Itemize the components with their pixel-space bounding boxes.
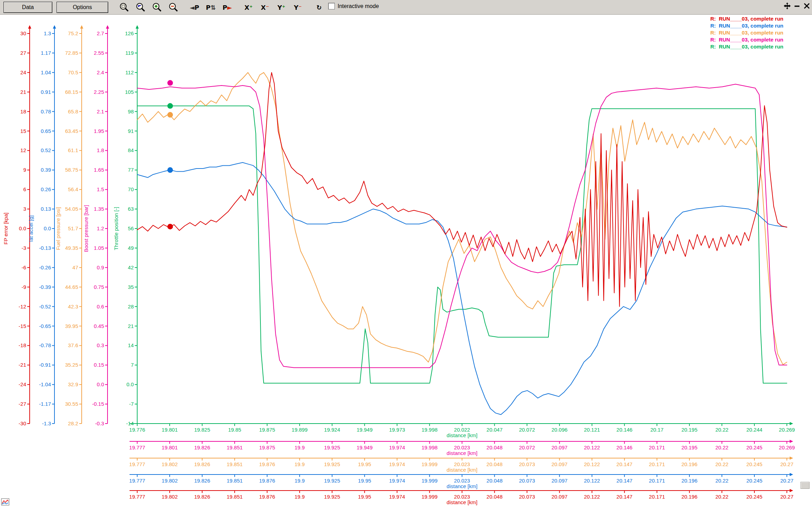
x-tick-label: 20.27	[780, 478, 793, 484]
x-tick-label: 20.196	[681, 494, 697, 500]
x-zoom-out-icon[interactable]: X⁻	[258, 1, 272, 13]
x-tick-label: 19.876	[259, 478, 275, 484]
y-tick-label: 0.3	[97, 342, 104, 348]
y-axis-fuel_pressure: 75.272.8570.568.1565.863.4561.158.7556.4…	[55, 25, 83, 426]
cursor-marker-boost[interactable]	[167, 80, 173, 86]
x-tick-label: 20.023	[454, 478, 470, 484]
y-tick-label: -3	[22, 245, 26, 251]
x-tick-label: 20.171	[649, 444, 665, 450]
y-tick-label: 3	[23, 206, 26, 212]
x-tick-label: 20.22	[715, 444, 729, 450]
y-tick-label: -0.3	[95, 420, 104, 426]
x-tick-label: 19.825	[194, 427, 210, 433]
interactive-mode-toggle[interactable]: Interactive mode	[328, 3, 379, 9]
y-tick-label: 28.2	[68, 420, 78, 426]
x-tick-label: 19.776	[129, 427, 145, 433]
y-tick-label: -0.65	[39, 323, 51, 329]
x-tick-label: 19.899	[291, 427, 308, 433]
x-tick-label: 20.096	[552, 427, 568, 433]
y-tick-label: 0.6	[97, 304, 104, 309]
y-tick-label: 21	[20, 89, 26, 95]
data-button[interactable]: Data	[3, 2, 52, 13]
status-mini-icon[interactable]	[1, 498, 10, 506]
interactive-mode-checkbox[interactable]	[328, 3, 335, 9]
y-zoom-in-icon[interactable]: Y⁺	[275, 1, 288, 13]
cursor-marker-fuel_pressure[interactable]	[167, 112, 173, 118]
cursor-marker-throttle[interactable]	[167, 103, 173, 109]
cursor-updown-icon[interactable]: P⇅	[204, 1, 217, 13]
toolbar: Data Options ◄PP⇅P►X⁺X⁻Y⁺Y⁻↻ Interactive…	[0, 0, 812, 15]
reset-zoom-icon[interactable]: ↻	[312, 1, 326, 13]
x-tick-label: 20.147	[617, 478, 633, 484]
x-tick-label: 19.999	[422, 494, 438, 500]
y-tick-label: 0.0	[126, 381, 134, 387]
y-tick-label: 42.3	[68, 304, 78, 309]
x-tick-label: 20.269	[779, 427, 795, 433]
y-axis-title: lat accel [g]	[28, 215, 34, 242]
y-tick-label: -18	[19, 342, 26, 348]
y-zoom-out-icon[interactable]: Y⁻	[291, 1, 304, 13]
y-tick-label: 2.55	[94, 50, 104, 56]
y-tick-label: -1.04	[39, 381, 51, 387]
x-tick-label: 19.851	[227, 461, 243, 467]
x-tick-label: 19.974	[389, 461, 405, 467]
x-tick-label: 19.974	[389, 478, 405, 484]
cursor-next-icon[interactable]: P►	[221, 1, 234, 13]
zoom-out-icon[interactable]	[167, 1, 180, 13]
x-tick-label: 20.146	[617, 427, 633, 433]
y-tick-label: 15	[20, 128, 26, 134]
cursor-marker-lat_accel[interactable]	[167, 167, 173, 173]
y-tick-label: -1.17	[39, 401, 51, 407]
y-tick-label: 47	[72, 264, 78, 270]
x-axis-boost: 19.77719.80119.82619.85119.87519.919.925…	[129, 440, 795, 456]
chart-canvas[interactable]: 302724211815129630.0-3-6-9-12-15-18-21-2…	[0, 0, 812, 508]
close-icon[interactable]	[802, 1, 811, 10]
x-axis-throttle: 19.77619.80119.82519.8519.87519.89919.92…	[129, 422, 795, 439]
options-button[interactable]: Options	[57, 2, 108, 13]
y-tick-label: 7	[131, 362, 134, 368]
y-tick-label: -27	[19, 401, 26, 407]
x-axis-fuel_pressure: 19.77719.80219.82619.85119.87619.919.925…	[129, 457, 793, 473]
minimize-icon[interactable]	[792, 1, 802, 10]
x-tick-label: 20.171	[649, 494, 665, 500]
y-tick-label: 63	[128, 206, 134, 212]
x-tick-label: 19.925	[324, 494, 340, 500]
x-axis-fp_error: 19.77719.80219.82619.85119.87619.919.925…	[129, 489, 793, 506]
x-tick-label: 19.95	[358, 461, 371, 467]
x-tick-label: 20.023	[454, 461, 470, 467]
x-axis-title: distance [km]	[446, 499, 477, 505]
cursor-marker-fp_error[interactable]	[167, 224, 173, 229]
y-tick-label: 84	[128, 147, 134, 153]
zoom-in-icon[interactable]	[150, 1, 163, 13]
x-tick-label: 20.122	[584, 478, 600, 484]
x-tick-label: 20.048	[487, 461, 503, 467]
x-tick-label: 19.973	[389, 427, 405, 433]
zoom-undo-icon[interactable]	[134, 1, 147, 13]
y-tick-label: -15	[19, 323, 26, 329]
x-tick-label: 19.925	[324, 461, 340, 467]
cursor-prev-icon[interactable]: ◄P	[188, 1, 201, 13]
y-tick-label: 0.39	[41, 167, 51, 173]
legend-entry: R: RUN____03, complete run	[710, 15, 783, 22]
y-tick-label: 0.75	[94, 284, 104, 290]
zoom-region-icon[interactable]	[117, 1, 131, 13]
y-tick-label: 0.65	[41, 128, 51, 134]
x-zoom-in-icon[interactable]: X⁺	[242, 1, 255, 13]
y-tick-label: -9	[22, 284, 26, 290]
x-tick-label: 19.875	[259, 427, 275, 433]
x-tick-label: 19.777	[129, 461, 145, 467]
x-tick-label: 19.949	[356, 427, 372, 433]
y-tick-label: 30	[20, 30, 26, 36]
y-tick-label: 119	[125, 50, 134, 56]
y-tick-label: 24	[20, 69, 26, 75]
y-tick-label: 68.15	[65, 89, 78, 95]
corner-widget[interactable]	[800, 482, 810, 489]
y-tick-label: -12	[19, 304, 26, 309]
y-tick-label: -1.3	[42, 420, 51, 426]
x-tick-label: 19.998	[422, 444, 438, 450]
y-tick-label: 18	[20, 109, 26, 114]
move-icon[interactable]	[783, 1, 792, 10]
y-axis-title: Boost pressure [bar]	[83, 205, 89, 252]
y-tick-label: 51.7	[68, 225, 78, 231]
x-tick-label: 20.122	[584, 461, 600, 467]
